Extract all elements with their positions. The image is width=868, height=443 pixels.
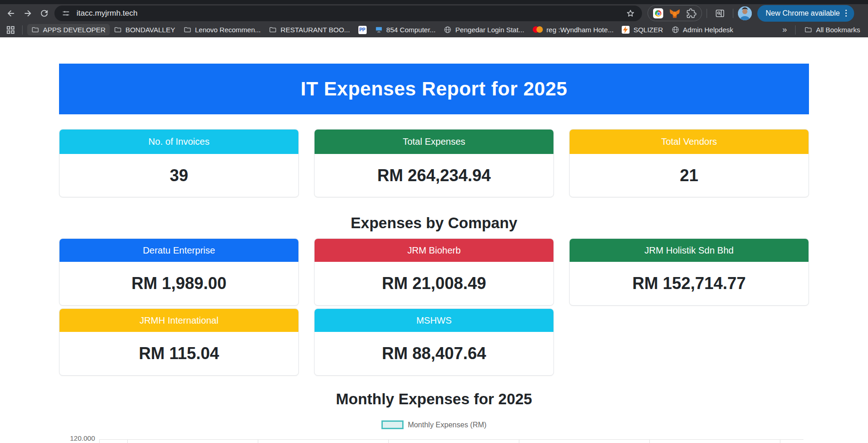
bookmarks-overflow-button[interactable]: » bbox=[779, 25, 791, 35]
bookmark-admin-helpdesk[interactable]: Admin Helpdesk bbox=[667, 24, 737, 35]
toolbar-divider bbox=[733, 9, 733, 18]
horizontal-gridline bbox=[99, 439, 803, 440]
mastercard-icon bbox=[533, 26, 543, 33]
back-arrow-icon bbox=[6, 8, 16, 18]
back-button[interactable] bbox=[3, 6, 19, 21]
avatar-photo bbox=[738, 6, 752, 20]
vertical-gridline bbox=[258, 439, 258, 443]
chart-legend[interactable]: Monthly Expenses (RM) bbox=[59, 420, 809, 429]
pp-favicon: PP bbox=[358, 26, 367, 34]
forward-arrow-icon bbox=[23, 8, 33, 18]
company-card-header: MSHWS bbox=[315, 309, 553, 332]
company-card-jrm-holistik: JRM Holistik Sdn Bhd RM 152,714.77 bbox=[569, 238, 809, 306]
legend-swatch bbox=[381, 420, 404, 429]
company-card-value: RM 1,989.00 bbox=[59, 262, 298, 305]
bookmark-label: APPS DEVELOPER bbox=[43, 26, 106, 34]
bookmark-label: reg :Wyndham Hote... bbox=[547, 26, 614, 34]
bookmark-wyndham[interactable]: reg :Wyndham Hote... bbox=[529, 24, 618, 35]
company-card-header: JRMH International bbox=[59, 309, 298, 332]
metamask-extension-button[interactable] bbox=[669, 8, 680, 19]
summary-card-value: 39 bbox=[59, 154, 298, 197]
bookmark-label: Lenovo Recommen... bbox=[195, 26, 261, 34]
vertical-gridline bbox=[388, 439, 389, 443]
bookmark-page-button[interactable] bbox=[624, 7, 636, 19]
kebab-menu-icon[interactable] bbox=[845, 10, 847, 17]
forward-button[interactable] bbox=[19, 6, 36, 21]
browser-toolbar: itacc.myjrmh.tech bbox=[0, 4, 868, 22]
company-card-deratu: Deratu Enterprise RM 1,989.00 bbox=[59, 238, 299, 306]
monthly-expenses-chart: 120.000 bbox=[0, 434, 868, 443]
company-card-header: JRM Bioherb bbox=[315, 239, 553, 262]
globe-icon bbox=[672, 26, 679, 34]
company-card-mshws: MSHWS RM 88,407.64 bbox=[314, 308, 554, 376]
apps-grid-button[interactable] bbox=[4, 24, 18, 36]
url-bar[interactable]: itacc.myjrmh.tech bbox=[54, 6, 642, 21]
web-page-content: IT Expenses Report for 2025 No. of Invoi… bbox=[0, 37, 868, 443]
vertical-gridline bbox=[519, 439, 519, 443]
metamask-fox-icon bbox=[669, 8, 680, 19]
bookmark-apps-developer[interactable]: APPS DEVELOPER bbox=[27, 24, 110, 35]
folder-icon bbox=[804, 26, 812, 34]
site-shortcut-icon[interactable] bbox=[653, 8, 664, 19]
bookmark-label: 854 Computer... bbox=[386, 26, 436, 34]
summary-card-header: Total Expenses bbox=[315, 130, 553, 154]
extensions-menu-button[interactable] bbox=[686, 8, 697, 19]
vertical-gridline bbox=[127, 439, 128, 443]
chart-title: Monthly Expenses for 2025 bbox=[59, 390, 809, 408]
bookmark-label: SQLIZER bbox=[633, 26, 663, 34]
side-panel-button[interactable] bbox=[712, 6, 728, 21]
summary-card-total-expenses: Total Expenses RM 264,234.94 bbox=[314, 129, 554, 197]
y-axis-tick-label: 120.000 bbox=[68, 434, 95, 442]
sqlizer-bolt-icon bbox=[622, 26, 630, 34]
company-section-title: Expenses by Company bbox=[59, 214, 809, 232]
bookmark-label: Pengedar Login Stat... bbox=[455, 26, 524, 34]
colored-site-icon bbox=[653, 8, 663, 18]
company-card-header: JRM Holistik Sdn Bhd bbox=[570, 239, 809, 262]
site-settings-button[interactable] bbox=[60, 7, 72, 19]
bookmark-pp[interactable]: PP bbox=[354, 24, 371, 36]
bookmarks-bar: APPS DEVELOPER BONDAVALLEY Lenovo Recomm… bbox=[0, 22, 868, 37]
company-card-value: RM 88,407.64 bbox=[315, 332, 553, 375]
folder-icon bbox=[31, 26, 39, 34]
profile-avatar[interactable] bbox=[738, 6, 752, 20]
company-card-jrmh-international: JRMH International RM 115.04 bbox=[59, 308, 299, 376]
summary-card-header: Total Vendors bbox=[570, 130, 809, 154]
report-title-banner: IT Expenses Report for 2025 bbox=[59, 64, 809, 114]
summary-card-value: 21 bbox=[570, 154, 809, 197]
legend-label: Monthly Expenses (RM) bbox=[408, 421, 487, 429]
company-card-value: RM 152,714.77 bbox=[570, 262, 809, 305]
summary-card-header: No. of Invoices bbox=[59, 130, 298, 154]
bookmark-bondavalley[interactable]: BONDAVALLEY bbox=[110, 24, 179, 35]
bookmark-854-computer[interactable]: 854 Computer... bbox=[371, 24, 440, 35]
tab-strip bbox=[0, 0, 868, 4]
bookmark-label: Admin Helpdesk bbox=[683, 26, 733, 34]
new-chrome-available-button[interactable]: New Chrome available bbox=[757, 5, 854, 22]
all-bookmarks-label: All Bookmarks bbox=[816, 26, 860, 34]
bookmark-sqlizer[interactable]: SQLIZER bbox=[618, 24, 667, 35]
summary-cards-row: No. of Invoices 39 Total Expenses RM 264… bbox=[59, 129, 809, 197]
bookmarks-divider bbox=[22, 25, 23, 35]
side-panel-search-icon bbox=[715, 8, 725, 18]
reload-icon bbox=[39, 8, 49, 18]
vertical-gridline bbox=[649, 439, 650, 443]
bookmark-pengedar-login[interactable]: Pengedar Login Stat... bbox=[440, 24, 528, 35]
apps-grid-icon bbox=[6, 25, 16, 35]
url-text[interactable]: itacc.myjrmh.tech bbox=[77, 9, 624, 18]
folder-icon bbox=[184, 26, 191, 34]
globe-icon bbox=[444, 26, 452, 34]
company-card-value: RM 21,008.49 bbox=[315, 262, 553, 305]
vertical-gridline bbox=[780, 439, 780, 443]
bookmark-restaurant[interactable]: RESTAURANT BOO... bbox=[265, 24, 354, 35]
bookmarks-divider bbox=[795, 25, 796, 35]
bookmark-lenovo[interactable]: Lenovo Recommen... bbox=[179, 24, 265, 35]
puzzle-icon bbox=[686, 8, 696, 18]
extensions-pill bbox=[648, 5, 702, 21]
new-chrome-label: New Chrome available bbox=[766, 9, 840, 18]
toolbar-divider bbox=[707, 9, 707, 18]
bookmark-label: BONDAVALLEY bbox=[125, 26, 175, 34]
bookmark-label: RESTAURANT BOO... bbox=[280, 26, 350, 34]
vertical-gridline bbox=[99, 439, 100, 443]
all-bookmarks-button[interactable]: All Bookmarks bbox=[800, 24, 864, 35]
reload-button[interactable] bbox=[36, 6, 53, 21]
monitor-icon bbox=[375, 26, 383, 34]
